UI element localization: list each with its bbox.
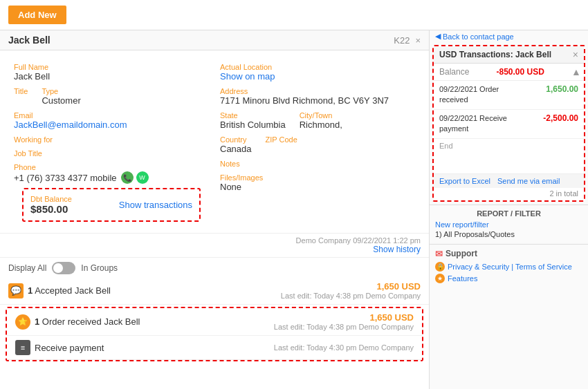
highlighted-activity-group: ⭐ 1 Order received Jack Bell 1,650 USD L… bbox=[6, 307, 423, 361]
activity-item-2[interactable]: ⭐ 1 Order received Jack Bell 1,650 USD L… bbox=[7, 308, 422, 336]
demo-company-text: Demo Company 09/22/2021 1:22 pm bbox=[296, 236, 421, 245]
transaction-date-2: 09/22/2021 Receive bbox=[439, 113, 507, 124]
transactions-footer: Export to Excel Send me via email bbox=[434, 173, 584, 188]
show-history-link[interactable]: Show history bbox=[373, 245, 421, 254]
phone-label: Phone bbox=[14, 163, 209, 171]
activity-right-3: Last edit: Today 4:30 pm Demo Company bbox=[274, 343, 414, 352]
city-value: Richmond, bbox=[300, 120, 342, 130]
activity-title-1: 1 Accepted Jack Bell bbox=[28, 285, 111, 296]
activity-edit-1: Last edit: Today 4:38 pm Demo Company bbox=[281, 292, 421, 300]
add-new-button[interactable]: Add New bbox=[8, 6, 66, 24]
activity-title-2: 1 Order received Jack Bell bbox=[35, 316, 140, 327]
features-icon: ★ bbox=[435, 274, 445, 283]
activity-title-3: Receive payment bbox=[35, 343, 104, 353]
right-panel: ◀ Back to contact page USD Transactions:… bbox=[429, 30, 588, 389]
display-row: Display All In Groups bbox=[8, 262, 421, 274]
email-value[interactable]: JackBell@emaildomain.com bbox=[14, 120, 209, 130]
send-email-link[interactable]: Send me via email bbox=[497, 177, 560, 185]
features-text: Features bbox=[448, 274, 477, 283]
privacy-link[interactable]: 🔒 Privacy & Security | Terms of Service bbox=[435, 262, 582, 272]
dbt-balance-box: Dbt Balance $850.00 Show transactions bbox=[22, 188, 201, 222]
report-filter-section: REPORT / FILTER New report/filter 1) All… bbox=[430, 205, 588, 244]
activity-left-2: ⭐ 1 Order received Jack Bell bbox=[15, 314, 140, 330]
privacy-text: Privacy & Security | Terms of Service bbox=[448, 263, 572, 271]
country-value: Canada bbox=[220, 144, 252, 154]
transactions-close-icon[interactable]: × bbox=[573, 49, 578, 60]
transaction-amount-1: 1,650.00 bbox=[546, 84, 578, 94]
dbt-balance-label: Dbt Balance bbox=[30, 195, 72, 203]
contact-name: Jack Bell bbox=[8, 35, 50, 46]
transactions-popup: USD Transactions: Jack Bell × Balance -8… bbox=[432, 45, 585, 202]
job-title-label: Job Title bbox=[14, 149, 209, 158]
address-value: 7171 Minoru Blvd Richmond, BC V6Y 3N7 bbox=[220, 95, 415, 106]
activity-item-1[interactable]: 💬 1 Accepted Jack Bell 1,650 USD Last ed… bbox=[0, 277, 429, 305]
chat-icon: 💬 bbox=[8, 283, 24, 298]
show-on-map-link[interactable]: Show on map bbox=[220, 71, 415, 82]
display-toggle[interactable] bbox=[52, 262, 75, 274]
activity-item-3[interactable]: ≡ Receive payment Last edit: Today 4:30 … bbox=[7, 336, 422, 360]
dbt-balance-info: Dbt Balance $850.00 bbox=[30, 195, 72, 215]
transaction-spacer bbox=[434, 153, 584, 173]
envelope-icon: ✉ bbox=[435, 249, 443, 259]
activity-list: 💬 1 Accepted Jack Bell 1,650 USD Last ed… bbox=[0, 277, 429, 366]
left-content: Jack Bell K22 × Full Name Jack Bell Titl… bbox=[0, 30, 429, 389]
balance-value: -850.00 USD bbox=[497, 67, 544, 77]
transaction-row-2: 09/22/2021 Receive payment -2,500.00 bbox=[434, 110, 584, 139]
transaction-amount-2: -2,500.00 bbox=[543, 113, 578, 123]
whatsapp-icon[interactable]: W bbox=[136, 171, 149, 184]
report-item-1: 1) All Proposals/Quotes bbox=[435, 229, 582, 240]
shield-icon: 🔒 bbox=[435, 262, 445, 272]
phone-call-icon[interactable]: 📞 bbox=[121, 171, 134, 184]
detail-col-right: Actual Location Show on map Address 7171… bbox=[214, 57, 421, 226]
full-name-value: Jack Bell bbox=[14, 71, 209, 82]
files-label: Files/Images bbox=[220, 173, 415, 182]
files-value: None bbox=[220, 182, 415, 192]
payment-icon: ≡ bbox=[15, 340, 30, 355]
demo-footer: Demo Company 09/22/2021 1:22 pm Show his… bbox=[0, 234, 429, 257]
back-to-contact-text: Back to contact page bbox=[443, 32, 514, 41]
support-title-text: Support bbox=[445, 249, 477, 258]
phone-value: +1 (76) 3733 4377 mobile bbox=[14, 173, 117, 183]
main-layout: Jack Bell K22 × Full Name Jack Bell Titl… bbox=[0, 30, 588, 389]
back-to-contact-link[interactable]: ◀ Back to contact page bbox=[430, 30, 588, 42]
transaction-info-1: 09/22/2021 Order received bbox=[439, 84, 499, 106]
toggle-knob bbox=[53, 263, 63, 273]
features-link[interactable]: ★ Features bbox=[435, 274, 582, 283]
show-transactions-link[interactable]: Show transactions bbox=[119, 200, 192, 210]
activity-amount-2: 1,650 USD bbox=[274, 312, 414, 323]
scroll-up-icon[interactable]: ▲ bbox=[571, 66, 578, 77]
transactions-balance-row: Balance -850.00 USD ▲ bbox=[434, 64, 584, 81]
contact-details: Full Name Jack Bell Title Type Customer … bbox=[0, 50, 429, 234]
full-name-label: Full Name bbox=[14, 63, 209, 71]
phone-row: +1 (76) 3733 4377 mobile 📞 W bbox=[14, 171, 209, 184]
in-groups-label: In Groups bbox=[81, 263, 118, 273]
activity-amount-1: 1,650 USD bbox=[281, 281, 421, 292]
title-label: Title bbox=[14, 87, 28, 95]
address-label: Address bbox=[220, 87, 415, 95]
order-icon: ⭐ bbox=[15, 314, 30, 330]
report-filter-title: REPORT / FILTER bbox=[435, 209, 582, 218]
support-section: ✉ Support 🔒 Privacy & Security | Terms o… bbox=[430, 244, 588, 287]
activity-left-3: ≡ Receive payment bbox=[15, 340, 104, 355]
type-value: Customer bbox=[42, 95, 80, 106]
type-label: Type bbox=[42, 87, 80, 95]
email-label: Email bbox=[14, 111, 209, 120]
state-label: State bbox=[220, 111, 286, 120]
bottom-section: Display All In Groups bbox=[0, 257, 429, 277]
support-title: ✉ Support bbox=[435, 249, 582, 259]
country-label: Country bbox=[220, 135, 252, 144]
export-excel-link[interactable]: Export to Excel bbox=[439, 177, 490, 185]
back-arrow-icon: ◀ bbox=[435, 32, 441, 41]
new-report-link[interactable]: New report/filter bbox=[435, 220, 582, 229]
zip-label: ZIP Code bbox=[266, 135, 297, 144]
activity-right-2: 1,650 USD Last edit: Today 4:38 pm Demo … bbox=[274, 312, 414, 331]
city-label: City/Town bbox=[300, 111, 342, 120]
activity-edit-2: Last edit: Today 4:38 pm Demo Company bbox=[274, 323, 414, 331]
transaction-desc-1: received bbox=[439, 95, 499, 105]
transactions-title: USD Transactions: Jack Bell bbox=[439, 50, 551, 59]
detail-col-left: Full Name Jack Bell Title Type Customer … bbox=[8, 57, 214, 226]
balance-label: Balance bbox=[439, 67, 469, 77]
transaction-date-1: 09/22/2021 Order bbox=[439, 84, 499, 95]
contact-close-icon[interactable]: × bbox=[415, 35, 421, 46]
notes-label: Notes bbox=[220, 160, 415, 168]
